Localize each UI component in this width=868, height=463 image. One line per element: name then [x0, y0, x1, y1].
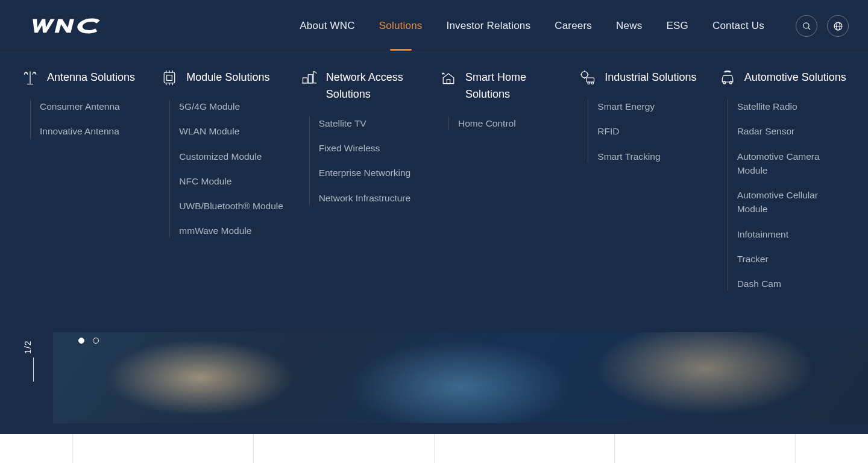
mega-item-network-infrastructure[interactable]: Network Infrastructure — [319, 191, 428, 205]
mega-item-automotive-cellular[interactable]: Automotive Cellular Module — [737, 188, 846, 216]
mega-item-fixed-wireless[interactable]: Fixed Wireless — [319, 141, 428, 155]
mega-col-header[interactable]: Network Access Solutions — [301, 69, 428, 103]
mega-item-wlan-module[interactable]: WLAN Module — [179, 124, 288, 138]
mega-col-title: Module Solutions — [186, 69, 269, 86]
mega-col-items: Home Control — [448, 116, 567, 130]
mega-item-innovative-antenna[interactable]: Innovative Antenna — [40, 124, 149, 138]
hero-image — [53, 332, 868, 423]
mega-item-mmwave-module[interactable]: mmWave Module — [179, 224, 288, 238]
svg-point-23 — [591, 82, 594, 84]
mega-item-customized-module[interactable]: Customized Module — [179, 150, 288, 163]
site-header: About WNC Solutions Investor Relations C… — [0, 0, 868, 52]
primary-nav: About WNC Solutions Investor Relations C… — [300, 1, 849, 51]
mega-col-network: Network Access Solutions Satellite TV Fi… — [301, 69, 428, 306]
mega-col-items: 5G/4G Module WLAN Module Customized Modu… — [169, 99, 288, 238]
svg-point-0 — [803, 22, 808, 28]
mega-col-title: Industrial Solutions — [605, 69, 696, 86]
mega-col-smarthome: Smart Home Solutions Home Control — [440, 69, 567, 306]
nav-item-news[interactable]: News — [616, 1, 642, 51]
hero-page-sep: / — [23, 345, 33, 348]
nav-item-about[interactable]: About WNC — [300, 1, 355, 51]
svg-rect-7 — [165, 72, 175, 83]
brand-logo-svg — [29, 17, 105, 34]
mega-col-industrial: Industrial Solutions Smart Energy RFID S… — [579, 69, 706, 306]
mega-item-radar-sensor[interactable]: Radar Sensor — [737, 124, 846, 138]
nav-item-investor[interactable]: Investor Relations — [447, 1, 531, 51]
network-icon — [301, 69, 318, 86]
svg-line-1 — [808, 27, 810, 29]
module-icon — [161, 69, 178, 86]
mega-item-satellite-tv[interactable]: Satellite TV — [319, 116, 428, 130]
svg-point-22 — [588, 82, 590, 84]
mega-item-uwb-bluetooth-module[interactable]: UWB/Bluetooth® Module — [179, 199, 288, 213]
mega-col-header[interactable]: Antenna Solutions — [22, 69, 149, 86]
mega-col-antenna: Antenna Solutions Consumer Antenna Innov… — [22, 69, 149, 306]
svg-point-24 — [723, 81, 725, 84]
industrial-icon — [579, 69, 596, 86]
mega-item-tracker[interactable]: Tracker — [737, 252, 846, 266]
hero-page-total: 2 — [23, 341, 33, 346]
automotive-icon — [719, 69, 736, 86]
svg-rect-16 — [308, 75, 312, 83]
feature-card[interactable] — [435, 434, 615, 463]
svg-point-25 — [729, 81, 732, 84]
nav-utility-icons — [796, 15, 849, 37]
hero-progress-line — [33, 357, 34, 382]
mega-item-infotainment[interactable]: Infotainment — [737, 227, 846, 241]
svg-rect-15 — [303, 78, 307, 83]
mega-col-items: Consumer Antenna Innovative Antenna — [30, 99, 149, 139]
globe-icon — [833, 21, 843, 31]
mega-item-home-control[interactable]: Home Control — [458, 116, 567, 130]
mega-item-smart-tracking[interactable]: Smart Tracking — [597, 150, 706, 163]
nav-item-careers[interactable]: Careers — [555, 1, 592, 51]
svg-rect-8 — [167, 75, 172, 81]
mega-col-title: Network Access Solutions — [326, 69, 428, 103]
hero-carousel: 1/2 — [0, 332, 868, 434]
nav-item-solutions[interactable]: Solutions — [379, 1, 423, 51]
mega-col-items: Smart Energy RFID Smart Tracking — [588, 99, 706, 163]
mega-col-title: Automotive Solutions — [744, 69, 846, 86]
mega-col-header[interactable]: Module Solutions — [161, 69, 288, 86]
mega-item-nfc-module[interactable]: NFC Module — [179, 174, 288, 188]
home-icon — [440, 69, 457, 86]
nav-item-esg[interactable]: ESG — [666, 1, 688, 51]
mega-item-dash-cam[interactable]: Dash Cam — [737, 277, 846, 291]
nav-item-contact[interactable]: Contact Us — [712, 1, 764, 51]
hero-dot-2[interactable] — [93, 338, 99, 344]
mega-item-enterprise-networking[interactable]: Enterprise Networking — [319, 166, 428, 180]
svg-rect-19 — [447, 80, 450, 84]
mega-col-automotive: Automotive Solutions Satellite Radio Rad… — [719, 69, 846, 306]
language-button[interactable] — [827, 15, 849, 37]
hero-dots — [78, 338, 99, 344]
hero-page-current: 1 — [23, 348, 33, 354]
mega-col-module: Module Solutions 5G/4G Module WLAN Modul… — [161, 69, 288, 306]
mega-col-items: Satellite Radio Radar Sensor Automotive … — [728, 99, 846, 291]
mega-item-satellite-radio[interactable]: Satellite Radio — [737, 99, 846, 113]
solutions-mega-menu: Antenna Solutions Consumer Antenna Innov… — [0, 52, 868, 332]
mega-item-rfid[interactable]: RFID — [597, 124, 706, 138]
feature-cards-row — [0, 434, 868, 463]
mega-col-items: Satellite TV Fixed Wireless Enterprise N… — [309, 116, 428, 205]
mega-item-smart-energy[interactable]: Smart Energy — [597, 99, 706, 113]
mega-item-5g4g-module[interactable]: 5G/4G Module — [179, 99, 288, 113]
mega-item-consumer-antenna[interactable]: Consumer Antenna — [40, 99, 149, 113]
hero-pagination: 1/2 — [23, 341, 33, 354]
feature-card[interactable] — [615, 434, 796, 463]
mega-col-title: Smart Home Solutions — [465, 69, 567, 103]
mega-col-header[interactable]: Industrial Solutions — [579, 69, 706, 86]
search-button[interactable] — [796, 15, 817, 37]
svg-point-20 — [582, 72, 588, 78]
svg-rect-21 — [587, 78, 594, 82]
mega-item-automotive-camera[interactable]: Automotive Camera Module — [737, 150, 846, 178]
feature-card[interactable] — [254, 434, 435, 463]
brand-logo[interactable] — [29, 17, 105, 34]
mega-col-header[interactable]: Smart Home Solutions — [440, 69, 567, 103]
antenna-icon — [22, 69, 39, 86]
mega-col-title: Antenna Solutions — [47, 69, 135, 86]
mega-col-header[interactable]: Automotive Solutions — [719, 69, 846, 86]
hero-dot-1[interactable] — [78, 338, 84, 344]
feature-card[interactable] — [72, 434, 254, 463]
search-icon — [802, 21, 812, 31]
